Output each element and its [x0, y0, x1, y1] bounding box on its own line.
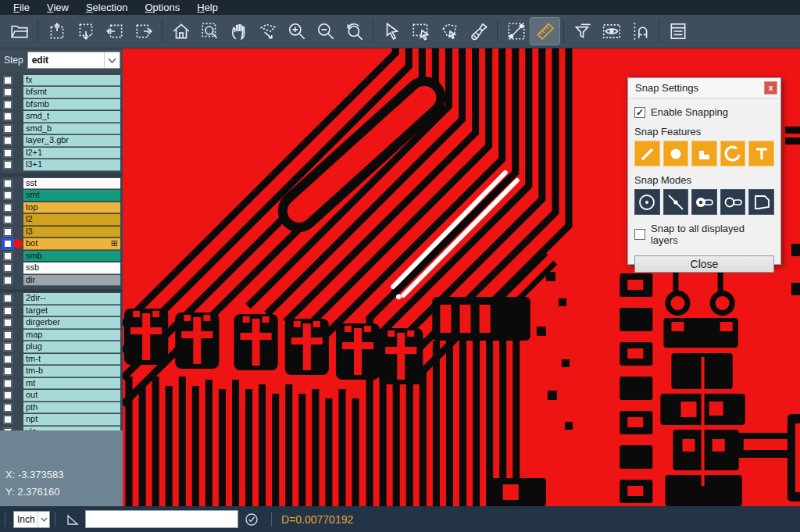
layer-name-chip[interactable]: fx	[23, 75, 120, 87]
snap-mode-pad-filled-button[interactable]	[691, 189, 717, 215]
layer-visibility-checkbox[interactable]	[3, 239, 12, 248]
snap-mode-pad-outline-button[interactable]	[720, 189, 746, 215]
layer-name-chip[interactable]: out	[23, 390, 120, 402]
layer-visibility-checkbox[interactable]	[3, 160, 12, 170]
close-button[interactable]: Close	[634, 255, 774, 273]
layer-visibility-checkbox[interactable]	[3, 227, 12, 237]
snap-feature-line-button[interactable]	[634, 141, 660, 166]
close-icon[interactable]: x	[764, 81, 777, 95]
layer-name-chip[interactable]: l3	[23, 227, 120, 238]
snap-mode-midpoint-button[interactable]	[663, 189, 689, 215]
report-list-button[interactable]	[663, 18, 692, 45]
pan-hand-button[interactable]	[224, 18, 253, 45]
snap-magnet-button[interactable]	[626, 18, 655, 45]
layer-visibility-checkbox[interactable]	[3, 87, 12, 97]
layer-name-chip[interactable]: bfsmt	[23, 87, 120, 98]
select-poly-button[interactable]	[435, 18, 464, 45]
menu-file[interactable]: File	[6, 1, 37, 14]
layer-name-chip[interactable]: map	[23, 330, 120, 341]
layer-row-smb[interactable]: smb	[0, 250, 123, 262]
layer-row-bfsmt[interactable]: bfsmt	[0, 87, 123, 99]
layer-row-fx[interactable]: fx	[0, 74, 123, 87]
layer-visibility-checkbox[interactable]	[3, 379, 12, 388]
step-select[interactable]: edit	[27, 52, 120, 69]
layer-row-smt[interactable]: smt	[0, 190, 123, 202]
select-cursor-button[interactable]	[377, 18, 406, 45]
layer-name-chip[interactable]: bfsmb	[23, 99, 120, 111]
snap-all-layers-checkbox[interactable]	[634, 229, 645, 240]
home-view-button[interactable]	[166, 18, 195, 45]
measure-line-button[interactable]	[502, 18, 530, 45]
layer-name-chip[interactable]: dir	[23, 275, 120, 287]
layer-row-l2[interactable]: l2	[0, 214, 123, 227]
layer-row-bot[interactable]: bot⊞	[0, 238, 123, 251]
layer-name-chip[interactable]: smb	[23, 251, 120, 262]
layer-visibility-checkbox[interactable]	[3, 294, 12, 303]
menu-options[interactable]: Options	[138, 1, 187, 14]
menu-help[interactable]: Help	[190, 1, 225, 14]
layer-visibility-checkbox[interactable]	[3, 391, 12, 400]
snap-feature-surface-button[interactable]	[691, 141, 717, 166]
layer-row-ssb[interactable]: ssb	[0, 262, 123, 275]
layer-row-smd_t[interactable]: smd_t	[0, 111, 123, 123]
layer-name-chip[interactable]: mt	[23, 378, 120, 390]
layer-visibility-checkbox[interactable]	[3, 263, 12, 273]
layer-name-chip[interactable]: pth	[23, 402, 120, 414]
layer-name-chip[interactable]: ssb	[23, 262, 120, 274]
layer-name-chip[interactable]: npt	[23, 414, 120, 426]
layer-name-chip[interactable]: bot⊞	[23, 238, 120, 250]
select-rect-button[interactable]	[406, 18, 435, 45]
layer-visibility-checkbox[interactable]	[3, 191, 12, 200]
layer-row-sst[interactable]: sst	[0, 177, 123, 190]
layer-name-chip[interactable]: dirgerber	[23, 317, 120, 329]
layer-visibility-checkbox[interactable]	[3, 403, 12, 412]
layer-name-chip[interactable]: target	[23, 305, 120, 317]
layer-row-l3+1[interactable]: l3+1	[0, 159, 123, 172]
pad-up-button[interactable]	[42, 18, 71, 45]
layer-row-l3[interactable]: l3	[0, 226, 123, 238]
zoom-window-button[interactable]	[195, 18, 224, 45]
layer-row-l2+1[interactable]: l2+1	[0, 147, 123, 159]
zoom-dynamic-button[interactable]	[253, 18, 282, 45]
layer-visibility-checkbox[interactable]	[3, 112, 12, 121]
layer-row-npt[interactable]: npt	[0, 414, 123, 427]
layer-row-mt[interactable]: mt	[0, 377, 123, 390]
grid-icon[interactable]: ⊞	[111, 239, 118, 248]
layer-name-chip[interactable]: layer_3.gbr	[23, 135, 120, 147]
layer-visibility-checkbox[interactable]	[3, 203, 12, 212]
zoom-out-button[interactable]	[311, 18, 340, 45]
layer-row-2dir--[interactable]: 2dir--	[0, 293, 123, 305]
measure-ruler-button[interactable]	[530, 18, 559, 45]
layer-visibility-checkbox[interactable]	[3, 215, 12, 224]
layer-name-chip[interactable]: l2+1	[23, 148, 120, 159]
layer-visibility-checkbox[interactable]	[3, 252, 12, 261]
dialog-titlebar[interactable]: Snap Settings x	[628, 78, 780, 98]
snap-mode-contour-button[interactable]	[748, 189, 774, 215]
layer-visibility-checkbox[interactable]	[3, 366, 12, 376]
layer-visibility-checkbox[interactable]	[3, 330, 12, 340]
clear-brush-button[interactable]	[464, 18, 493, 45]
layer-row-tm-b[interactable]: tm-b	[0, 366, 123, 378]
layer-name-chip[interactable]: sst	[23, 178, 120, 190]
filter-button[interactable]	[568, 18, 597, 45]
layer-visibility-checkbox[interactable]	[3, 100, 12, 109]
layer-name-chip[interactable]: top	[23, 202, 120, 214]
layer-visibility-checkbox[interactable]	[3, 342, 12, 352]
layer-visibility-checkbox[interactable]	[3, 136, 12, 145]
layer-visibility-checkbox[interactable]	[3, 124, 12, 134]
zoom-in-button[interactable]	[282, 18, 311, 45]
enable-snapping-checkbox[interactable]: ✓	[634, 107, 645, 118]
pad-left-button[interactable]	[100, 18, 129, 45]
layer-name-chip[interactable]: smt	[23, 190, 120, 202]
layer-row-top[interactable]: top	[0, 202, 123, 214]
layer-row-dirgerber[interactable]: dirgerber	[0, 317, 123, 330]
layer-row-target[interactable]: target	[0, 305, 123, 317]
layer-name-chip[interactable]: 2dir--	[23, 293, 120, 305]
layer-visibility-checkbox[interactable]	[3, 276, 12, 285]
menu-selection[interactable]: Selection	[79, 1, 134, 14]
unit-select[interactable]: Inch	[13, 511, 50, 528]
pad-down-button[interactable]	[71, 18, 100, 45]
layer-row-layer_3.gbr[interactable]: layer_3.gbr	[0, 135, 123, 148]
coordinate-input[interactable]	[85, 510, 238, 528]
zoom-previous-button[interactable]	[340, 18, 369, 45]
